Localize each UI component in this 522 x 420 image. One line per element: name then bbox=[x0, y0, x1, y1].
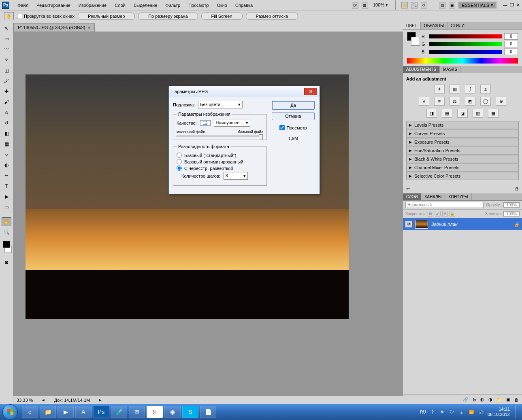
layer-row-background[interactable]: 👁 Задний план 🔒 bbox=[403, 218, 522, 230]
menu-image[interactable]: Изображение bbox=[75, 1, 111, 9]
color-back-swatch[interactable] bbox=[411, 37, 420, 46]
screenmode-icon[interactable]: ▣ bbox=[449, 2, 455, 8]
preset-exposure[interactable]: ▶Exposure Presets bbox=[406, 138, 519, 146]
task-explorer-icon[interactable]: 📁 bbox=[40, 406, 56, 418]
b-slider[interactable] bbox=[429, 50, 502, 54]
b-value[interactable]: 0 bbox=[504, 49, 518, 55]
movieclip-icon[interactable]: ▦ bbox=[362, 2, 368, 8]
foreground-swatch[interactable] bbox=[3, 241, 10, 248]
task-app2-icon[interactable]: 📄 bbox=[200, 406, 216, 418]
scroll-all-checkbox[interactable]: Прокрутка во всех окнах bbox=[17, 14, 75, 19]
minimize-icon[interactable]: — bbox=[503, 2, 507, 8]
status-doc-info[interactable]: Док: 14,1M/14,1M bbox=[54, 398, 90, 403]
status-arrow-right[interactable]: ▸ bbox=[98, 397, 103, 403]
task-app1-icon[interactable]: 🧪 bbox=[111, 406, 127, 418]
link-layers-icon[interactable]: 🔗 bbox=[463, 397, 469, 402]
tab-layers[interactable]: СЛОИ bbox=[403, 193, 421, 200]
task-media-icon[interactable]: ▶ bbox=[58, 406, 74, 418]
quality-slider[interactable] bbox=[177, 136, 263, 137]
bw-icon[interactable]: ◩ bbox=[465, 97, 475, 106]
adjust-return-icon[interactable]: ↩ bbox=[406, 186, 410, 191]
format-optimized[interactable]: Базовый оптимизированный bbox=[177, 159, 263, 164]
hand-tool[interactable]: ✋ bbox=[2, 217, 11, 226]
menu-help[interactable]: Справка bbox=[231, 1, 257, 9]
group-icon[interactable]: 📁 bbox=[496, 397, 502, 402]
preset-bw[interactable]: ▶Black & White Presets bbox=[406, 155, 519, 163]
move-tool[interactable]: ↖ bbox=[2, 24, 11, 33]
brush-tool[interactable]: 🖌 bbox=[2, 98, 11, 106]
r-slider[interactable] bbox=[429, 34, 502, 38]
tray-action-icon[interactable]: ⚑ bbox=[439, 409, 445, 415]
dodge-tool[interactable]: ◐ bbox=[2, 161, 11, 170]
channel-mixer-icon[interactable]: ⊕ bbox=[496, 97, 506, 106]
rotate-icon[interactable]: ⟳ bbox=[421, 2, 427, 8]
matte-select[interactable]: Без цвета ▾ bbox=[198, 101, 243, 108]
close-icon[interactable]: ✕ bbox=[516, 2, 520, 8]
menu-window[interactable]: Окно bbox=[213, 1, 231, 9]
format-progressive[interactable]: С чересстр. разверткой bbox=[177, 165, 263, 171]
hue-icon[interactable]: ≡ bbox=[434, 97, 445, 106]
history-brush-tool[interactable]: ↺ bbox=[2, 119, 11, 127]
tray-shield-icon[interactable]: 🛡 bbox=[449, 409, 455, 415]
preset-selective[interactable]: ▶Selective Color Presets bbox=[406, 172, 519, 180]
format-baseline[interactable]: Базовый ("стандартный") bbox=[177, 153, 263, 158]
menu-layer[interactable]: Слой bbox=[111, 1, 130, 9]
marquee-tool[interactable]: ▭ bbox=[2, 34, 11, 43]
quickmask-icon[interactable]: ◙ bbox=[2, 258, 11, 267]
path-select-tool[interactable]: ▶ bbox=[2, 192, 11, 201]
menu-view[interactable]: Просмотр bbox=[184, 1, 213, 9]
print-size-button[interactable]: Размер оттиска bbox=[246, 13, 298, 20]
stamp-tool[interactable]: ⎌ bbox=[2, 108, 11, 117]
task-mail-icon[interactable]: ✉ bbox=[129, 406, 145, 418]
lock-pos-icon[interactable]: ✥ bbox=[442, 211, 448, 216]
lasso-tool[interactable]: 〰 bbox=[2, 45, 11, 54]
task-yandex-icon[interactable]: Я bbox=[147, 406, 163, 418]
menu-filter[interactable]: Фильтр bbox=[161, 1, 184, 9]
blur-tool[interactable]: ○ bbox=[2, 150, 11, 159]
curves-icon[interactable]: ∫ bbox=[465, 85, 475, 93]
threshold-icon[interactable]: ◪ bbox=[457, 109, 468, 118]
arrange-icon[interactable]: ▤ bbox=[439, 2, 445, 8]
tab-adjustments[interactable]: ADJUSTMENTS bbox=[403, 66, 440, 73]
crop-tool[interactable]: ◫ bbox=[2, 66, 11, 75]
preset-channel[interactable]: ▶Channel Mixer Presets bbox=[406, 163, 519, 172]
opacity-value[interactable]: 100% bbox=[503, 202, 520, 208]
layer-fx-icon[interactable]: fx bbox=[473, 397, 476, 402]
preset-hue[interactable]: ▶Hue/Saturation Presets bbox=[406, 146, 519, 155]
restore-icon[interactable]: ❐ bbox=[510, 2, 514, 8]
eraser-tool[interactable]: ◧ bbox=[2, 129, 11, 138]
taskbar-clock[interactable]: 14:1108.10.2012 bbox=[488, 407, 510, 417]
brightness-icon[interactable]: ☀ bbox=[434, 85, 445, 93]
lock-trans-icon[interactable]: ▦ bbox=[428, 211, 433, 216]
actual-pixels-button[interactable]: Реальный размер bbox=[78, 13, 135, 20]
dialog-close-icon[interactable]: ✕ bbox=[304, 88, 317, 95]
workspace-switcher[interactable]: ESSENTIALS▾ bbox=[458, 2, 496, 8]
tab-styles[interactable]: СТИЛИ bbox=[447, 22, 468, 29]
gradient-map-icon[interactable]: ▥ bbox=[473, 109, 483, 118]
zoom-percent[interactable]: 100% ▾ bbox=[371, 2, 390, 8]
menu-edit[interactable]: Редактирование bbox=[32, 1, 75, 9]
g-slider[interactable] bbox=[429, 42, 502, 46]
quality-preset-select[interactable]: Наилучшее ▾ bbox=[214, 119, 250, 127]
r-value[interactable]: 0 bbox=[504, 33, 518, 40]
g-value[interactable]: 0 bbox=[504, 41, 518, 47]
task-photoshop-icon[interactable]: Ps bbox=[93, 406, 109, 418]
exposure-icon[interactable]: ± bbox=[480, 85, 491, 93]
levels-icon[interactable]: ▥ bbox=[450, 85, 460, 93]
tab-masks[interactable]: MASKS bbox=[440, 66, 461, 73]
adjust-clip-icon[interactable]: ◔ bbox=[515, 186, 519, 191]
tab-paths[interactable]: КОНТУРЫ bbox=[445, 193, 472, 200]
menu-select[interactable]: Выделение bbox=[130, 1, 161, 9]
layer-thumbnail[interactable] bbox=[415, 220, 428, 229]
tray-help-icon[interactable]: ? bbox=[429, 409, 436, 415]
bridge-icon[interactable]: Br bbox=[352, 2, 358, 8]
tray-volume-icon[interactable]: 🔊 bbox=[478, 409, 484, 415]
lock-all-icon[interactable]: 🔒 bbox=[450, 211, 455, 216]
task-skype-icon[interactable]: S bbox=[182, 406, 198, 418]
shape-tool[interactable]: ▭ bbox=[2, 203, 11, 212]
document-tab[interactable]: P1130550.JPG @ 33,3% (RGB/8)× bbox=[13, 23, 95, 32]
start-button[interactable] bbox=[2, 404, 18, 420]
pen-tool[interactable]: ✒ bbox=[2, 171, 11, 180]
task-ie-icon[interactable]: e bbox=[22, 406, 38, 418]
tray-chevron-icon[interactable]: ▴ bbox=[458, 409, 465, 415]
